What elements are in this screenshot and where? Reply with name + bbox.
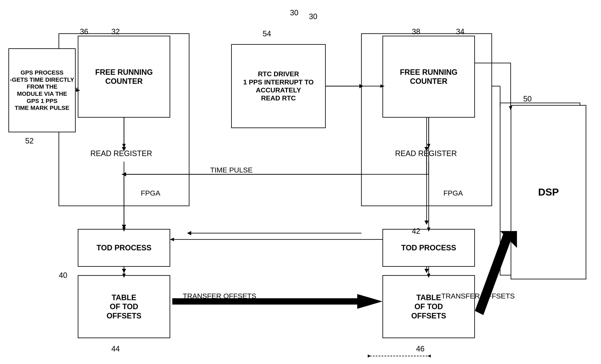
- svg-marker-16: [424, 221, 429, 225]
- svg-marker-44: [121, 173, 126, 176]
- transfer-arrow-1: [172, 294, 382, 309]
- ref-34: 34: [456, 27, 464, 36]
- gps-process-box: GPS PROCESS -GETS TIME DIRECTLY FROM THE…: [8, 48, 76, 132]
- dsp-box: DSP: [511, 105, 586, 279]
- time-pulse-label: TIME PULSE: [210, 166, 253, 174]
- transfer-arrow-2: [475, 231, 517, 315]
- svg-marker-10: [359, 84, 363, 88]
- ref-38: 38: [412, 27, 420, 36]
- fpga-right-label: FPGA: [443, 189, 463, 197]
- svg-marker-46: [170, 238, 174, 241]
- svg-marker-29: [475, 231, 513, 315]
- svg-marker-32: [368, 354, 371, 357]
- ref-52: 52: [25, 137, 34, 145]
- tod-process-left-box: TOD PROCESS: [78, 229, 170, 267]
- table-tod-right-box: TABLE OF TOD OFFSETS: [382, 275, 475, 338]
- ref-32: 32: [111, 27, 120, 36]
- ref-46: 46: [416, 344, 424, 353]
- dotted-arrow: [368, 353, 431, 359]
- read-reg-left-label: READ REGISTER: [90, 149, 152, 158]
- rtc-driver-box: RTC DRIVER 1 PPS INTERRUPT TO ACCURATELY…: [231, 44, 326, 128]
- svg-marker-33: [428, 354, 431, 357]
- ref-42: 42: [412, 227, 420, 236]
- ref-36: 36: [80, 27, 88, 36]
- ref-30: 30: [290, 8, 298, 17]
- diagram: 30 GPS PROCESS -GETS TIME DIRECTLY FROM …: [0, 0, 601, 364]
- table-tod-left-box: TABLE OF TOD OFFSETS: [78, 275, 170, 338]
- svg-marker-37: [122, 144, 126, 148]
- fpga-left-label: FPGA: [141, 189, 160, 197]
- frc-left-box: FREE RUNNING COUNTER: [78, 36, 170, 118]
- ref-40: 40: [59, 271, 67, 280]
- tod-process-right-box: TOD PROCESS: [382, 229, 475, 267]
- svg-marker-12: [122, 172, 126, 177]
- ref-30-label: 30: [309, 12, 317, 21]
- svg-marker-20: [122, 225, 126, 229]
- ref-50: 50: [523, 95, 532, 103]
- svg-marker-27: [187, 231, 191, 235]
- svg-marker-22: [424, 269, 429, 273]
- svg-marker-24: [122, 269, 126, 273]
- svg-marker-39: [427, 144, 430, 148]
- read-reg-right-label: READ REGISTER: [395, 149, 457, 158]
- ref-44: 44: [111, 344, 120, 353]
- ref-54: 54: [263, 30, 271, 38]
- frc-right-box: FREE RUNNING COUNTER: [382, 36, 475, 118]
- svg-marker-28: [172, 294, 382, 309]
